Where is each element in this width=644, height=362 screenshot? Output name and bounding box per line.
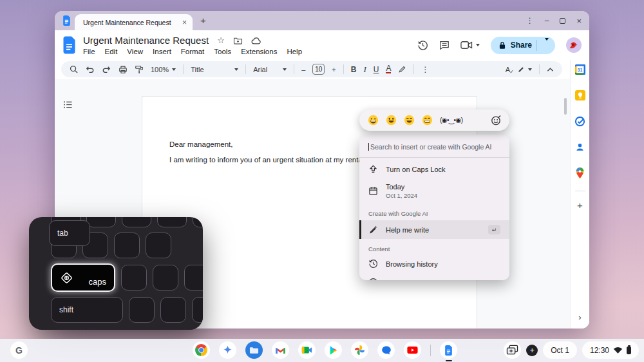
- files-app-icon[interactable]: [245, 341, 263, 359]
- italic-button[interactable]: I: [363, 64, 366, 75]
- more-options-icon[interactable]: ⋮: [421, 65, 429, 74]
- quick-settings-tray[interactable]: 12:30: [582, 341, 639, 359]
- keyboard-key[interactable]: [153, 265, 178, 291]
- docs-logo-icon[interactable]: [62, 36, 76, 54]
- contacts-app-icon[interactable]: [575, 142, 585, 152]
- search-menus-icon[interactable]: [70, 65, 78, 73]
- insert-emoji-icon[interactable]: [491, 115, 501, 126]
- messages-app-icon[interactable]: [377, 341, 395, 359]
- docs-header-actions: Share: [417, 37, 582, 54]
- menu-extensions[interactable]: Extensions: [241, 48, 277, 55]
- today-label: Today: [386, 183, 417, 191]
- share-dropdown[interactable]: [542, 41, 552, 50]
- menu-tools[interactable]: Tools: [214, 48, 231, 55]
- keyboard-key[interactable]: [129, 297, 155, 323]
- date-pill[interactable]: Oct 1: [543, 341, 577, 359]
- move-folder-icon[interactable]: [233, 37, 243, 44]
- document-outline-icon[interactable]: [63, 100, 73, 109]
- tab-close-icon[interactable]: ×: [182, 18, 187, 27]
- redo-icon[interactable]: [102, 65, 111, 73]
- keyboard-key[interactable]: [157, 217, 187, 227]
- keep-app-icon[interactable]: [575, 90, 585, 100]
- tasks-app-icon[interactable]: [574, 116, 585, 127]
- paragraph-style-select[interactable]: Title: [191, 66, 238, 73]
- keyboard-key[interactable]: [86, 217, 116, 227]
- keyboard-key[interactable]: [184, 265, 203, 291]
- comments-icon[interactable]: [439, 40, 450, 50]
- font-select[interactable]: Arial: [253, 66, 287, 73]
- font-size-decrease[interactable]: –: [301, 66, 305, 73]
- scrollbar[interactable]: [564, 98, 567, 115]
- bold-button[interactable]: B: [351, 65, 357, 74]
- menu-insert[interactable]: Insert: [153, 48, 171, 55]
- menu-format[interactable]: Format: [181, 48, 204, 55]
- keyboard-key[interactable]: [122, 217, 151, 227]
- emoji-beaming-icon[interactable]: [422, 115, 433, 126]
- menu-item-emojis[interactable]: Emojis, GIFs, and more: [359, 273, 509, 280]
- ai-search-field[interactable]: Search to insert or create with Google A…: [359, 135, 509, 157]
- close-window-button[interactable]: ×: [576, 16, 582, 26]
- tab-key[interactable]: tab: [49, 220, 90, 246]
- keyboard-row-tab: tab: [51, 233, 203, 258]
- hide-side-panel-icon[interactable]: ›: [578, 312, 581, 322]
- browser-menu-icon[interactable]: ⋮: [526, 16, 534, 25]
- menu-item-help-me-write[interactable]: Help me write ↵: [359, 220, 509, 239]
- caps-lock-key-highlighted[interactable]: caps: [51, 263, 115, 292]
- desks-button[interactable]: [504, 341, 521, 359]
- menu-item-browsing-history[interactable]: Browsing history: [359, 254, 509, 273]
- menu-file[interactable]: File: [83, 48, 95, 55]
- keyboard-key[interactable]: [160, 297, 186, 323]
- chrome-app-icon[interactable]: [193, 341, 210, 359]
- keyboard-row-shift: shift: [51, 297, 203, 323]
- browser-tab[interactable]: Urgent Maintenance Request ×: [75, 14, 193, 30]
- keyboard-key[interactable]: [121, 265, 147, 291]
- gmail-app-icon[interactable]: [272, 341, 289, 359]
- menu-item-caps-lock[interactable]: Turn on Caps Lock: [359, 160, 509, 178]
- keyboard-key[interactable]: [146, 233, 171, 258]
- calendar-app-icon[interactable]: 31: [575, 64, 585, 75]
- meet-app-icon[interactable]: [298, 341, 316, 359]
- share-button[interactable]: Share: [491, 37, 555, 54]
- maximize-button[interactable]: [560, 18, 565, 24]
- undo-icon[interactable]: [85, 65, 95, 73]
- collapse-toolbar-icon[interactable]: [547, 67, 554, 72]
- kaomoji-suggestion[interactable]: (◉•‿•◉): [440, 117, 463, 124]
- meet-call-control[interactable]: [460, 41, 480, 50]
- shift-key[interactable]: shift: [51, 297, 123, 323]
- menu-item-today[interactable]: Today Oct 1, 2024: [359, 178, 509, 204]
- document-title[interactable]: Urgent Maintenance Request: [83, 35, 209, 46]
- launcher-button[interactable]: G: [10, 341, 28, 359]
- emoji-grinning-icon[interactable]: [368, 115, 379, 126]
- youtube-app-icon[interactable]: [404, 341, 421, 359]
- menu-edit[interactable]: Edit: [105, 48, 118, 55]
- keyboard-key[interactable]: [114, 233, 140, 258]
- docs-app-icon-active[interactable]: [440, 341, 457, 359]
- menu-view[interactable]: View: [127, 48, 143, 55]
- notification-counter[interactable]: +: [526, 345, 538, 356]
- print-icon[interactable]: [118, 65, 128, 74]
- menu-help[interactable]: Help: [287, 48, 302, 55]
- highlight-color-icon[interactable]: [398, 65, 406, 73]
- new-tab-button[interactable]: +: [200, 15, 206, 26]
- maps-app-icon[interactable]: [576, 167, 584, 179]
- text-color-button[interactable]: A: [386, 65, 391, 73]
- paint-format-icon[interactable]: [135, 65, 144, 74]
- gemini-app-icon[interactable]: [219, 341, 236, 359]
- zoom-select[interactable]: 100%: [151, 66, 176, 73]
- font-size-increase[interactable]: +: [332, 66, 336, 73]
- account-avatar[interactable]: [566, 37, 582, 53]
- font-size-field[interactable]: 10: [312, 64, 325, 75]
- spellcheck-icon[interactable]: A✓: [506, 66, 510, 73]
- underline-button[interactable]: U: [374, 65, 379, 74]
- editing-mode-select[interactable]: [517, 66, 532, 73]
- play-store-app-icon[interactable]: [325, 341, 342, 359]
- version-history-icon[interactable]: [417, 40, 428, 51]
- star-icon[interactable]: ☆: [217, 36, 225, 44]
- photos-app-icon[interactable]: [351, 341, 368, 359]
- keyboard-key[interactable]: [192, 297, 203, 323]
- minimize-button[interactable]: –: [545, 16, 549, 25]
- emoji-smile-eyes-icon[interactable]: [404, 115, 415, 126]
- get-add-ons-button[interactable]: +: [577, 200, 583, 210]
- cloud-status-icon[interactable]: [251, 37, 261, 44]
- emoji-smiley-icon[interactable]: [386, 115, 397, 126]
